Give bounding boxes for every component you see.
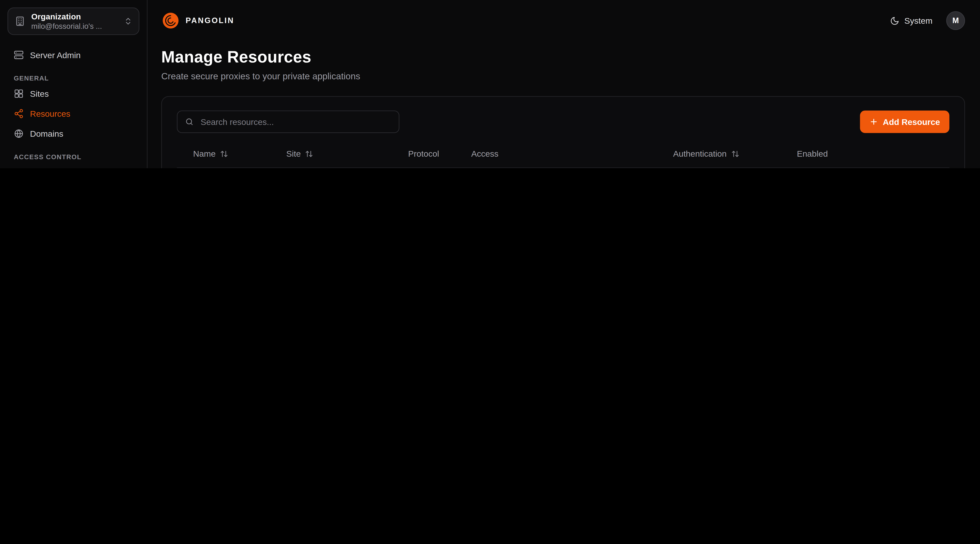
theme-toggle[interactable]: System bbox=[890, 16, 932, 25]
theme-label: System bbox=[904, 16, 932, 25]
app-window: Organization milo@fossorial.io's ... Ser… bbox=[0, 0, 980, 168]
sidebar-section-general: GENERAL bbox=[14, 74, 133, 82]
org-title: Organization bbox=[31, 12, 118, 21]
column-label: Name bbox=[193, 149, 216, 159]
card-toolbar: Add Resource bbox=[177, 111, 949, 133]
sort-icon bbox=[220, 150, 228, 158]
sidebar: Organization milo@fossorial.io's ... Ser… bbox=[0, 0, 148, 168]
column-header-enabled: Enabled bbox=[797, 149, 872, 159]
resources-card: Add Resource Name Site Protocol bbox=[161, 96, 965, 168]
search-icon bbox=[185, 117, 194, 126]
user-icon bbox=[14, 167, 24, 168]
moon-icon bbox=[890, 16, 899, 25]
sidebar-item-label: Sites bbox=[30, 89, 49, 98]
sidebar-item-server-admin[interactable]: Server Admin bbox=[8, 45, 139, 65]
pangolin-logo-icon bbox=[161, 11, 180, 30]
org-subtitle: milo@fossorial.io's ... bbox=[31, 22, 118, 31]
sidebar-item-sites[interactable]: Sites bbox=[8, 84, 139, 103]
server-icon bbox=[14, 50, 24, 60]
page-title: Manage Resources bbox=[161, 48, 965, 67]
sidebar-section-access-control: ACCESS CONTROL bbox=[14, 153, 133, 160]
column-label: Protocol bbox=[408, 149, 439, 159]
sidebar-item-label: Server Admin bbox=[30, 50, 81, 60]
org-selector[interactable]: Organization milo@fossorial.io's ... bbox=[8, 8, 139, 35]
table-header: Name Site Protocol Access bbox=[177, 140, 949, 168]
column-header-protocol: Protocol bbox=[408, 149, 471, 159]
add-resource-button[interactable]: Add Resource bbox=[860, 111, 950, 133]
sites-icon bbox=[14, 89, 24, 99]
page-subtitle: Create secure proxies to your private ap… bbox=[161, 71, 965, 81]
brand-name: PANGOLIN bbox=[186, 16, 234, 25]
sidebar-item-label: Domains bbox=[30, 129, 63, 138]
column-label: Enabled bbox=[797, 149, 828, 159]
plus-icon bbox=[870, 117, 878, 126]
column-label: Authentication bbox=[673, 149, 727, 159]
globe-icon bbox=[14, 128, 24, 139]
topbar: PANGOLIN System M bbox=[161, 0, 965, 35]
building-icon bbox=[14, 16, 25, 27]
sort-icon bbox=[305, 150, 313, 158]
sidebar-item-label: Users bbox=[30, 168, 52, 168]
sidebar-item-domains[interactable]: Domains bbox=[8, 124, 139, 144]
column-header-access: Access bbox=[471, 149, 673, 159]
resources-icon bbox=[14, 109, 24, 119]
chevrons-up-down-icon bbox=[124, 17, 132, 25]
sidebar-item-label: Resources bbox=[30, 109, 70, 118]
avatar[interactable]: M bbox=[946, 11, 965, 30]
org-text: Organization milo@fossorial.io's ... bbox=[31, 12, 118, 31]
sidebar-item-resources[interactable]: Resources bbox=[8, 103, 139, 124]
sort-icon bbox=[731, 150, 739, 158]
search-input[interactable] bbox=[199, 116, 391, 127]
search-box bbox=[177, 111, 399, 133]
column-label: Access bbox=[471, 149, 498, 159]
main-content: PANGOLIN System M Manage Resources Creat… bbox=[148, 0, 980, 168]
sidebar-item-users[interactable]: Users bbox=[8, 162, 139, 168]
column-header-authentication[interactable]: Authentication bbox=[673, 149, 797, 159]
brand[interactable]: PANGOLIN bbox=[161, 11, 234, 30]
topbar-right: System M bbox=[890, 11, 965, 30]
column-header-site[interactable]: Site bbox=[286, 149, 408, 159]
column-header-name[interactable]: Name bbox=[177, 149, 286, 159]
add-resource-label: Add Resource bbox=[883, 117, 940, 127]
column-label: Site bbox=[286, 149, 301, 159]
